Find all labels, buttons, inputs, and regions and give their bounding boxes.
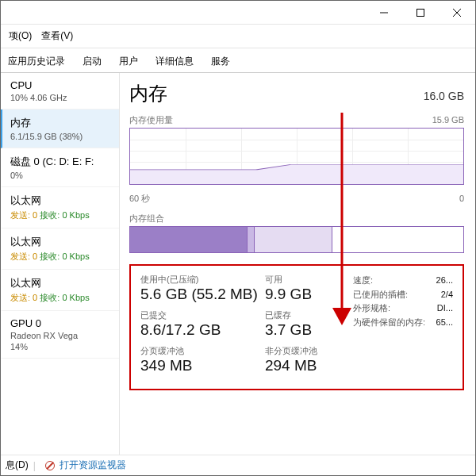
committed-value: 8.6/17.2 GB [140,321,259,339]
task-manager-window: 项(O) 查看(V) 应用历史记录 启动 用户 详细信息 服务 CPU 10% … [0,0,476,476]
sidebar-item-label: CPU [10,79,111,91]
sidebar-item-sub: Radeon RX Vega [10,331,111,340]
sidebar-item-memory[interactable]: 内存 6.1/15.9 GB (38%) [1,109,119,148]
status-detail-toggle[interactable]: 息(D) [6,459,29,472]
kv-label: 为硬件保留的内存: [353,316,425,330]
stat-label: 使用中(已压缩) [140,274,259,286]
sidebar-item-sub: 发送: 0 接收: 0 Kbps [10,292,111,304]
slots-value: 2/4 [441,288,453,302]
resource-monitor-icon [45,461,55,470]
main-panel: 内存 16.0 GB 内存使用量 15.9 GB 60 秒 0 内存组合 [120,73,475,455]
stat-label: 可用 [265,274,347,286]
sidebar-item-label: 以太网 [10,276,111,290]
kv-label: 已使用的插槽: [353,288,408,302]
svg-rect-1 [417,9,424,16]
title-bar [1,1,475,25]
sidebar: CPU 10% 4.06 GHz 内存 6.1/15.9 GB (38%) 磁盘… [1,73,120,455]
composition-label: 内存组合 [129,213,464,225]
close-button[interactable] [439,1,475,24]
maximize-button[interactable] [402,1,439,24]
paged-pool-value: 349 MB [140,357,259,374]
capacity-value: 16.0 GB [424,90,464,102]
sidebar-item-label: 内存 [10,116,111,130]
kv-label: 速度: [353,274,373,288]
graph-x-right: 0 [459,194,464,203]
sidebar-item-sub: 14% [10,342,111,351]
nonpaged-pool-value: 294 MB [265,357,347,374]
sidebar-item-label: 磁盘 0 (C: D: E: F: [10,155,111,169]
minimize-button[interactable] [366,1,402,24]
status-bar: 息(D) | 打开资源监视器 [1,455,475,475]
cached-value: 3.7 GB [265,321,347,339]
hw-reserved-value: 65... [436,316,453,330]
sidebar-item-label: 以太网 [10,194,111,208]
tab-services[interactable]: 服务 [202,49,239,73]
sidebar-item-label: 以太网 [10,235,111,249]
speed-value: 26... [436,274,453,288]
tab-app-history[interactable]: 应用历史记录 [4,49,74,73]
menu-view[interactable]: 查看(V) [38,28,76,44]
stat-label: 非分页缓冲池 [265,345,347,357]
sidebar-item-sub: 6.1/15.9 GB (38%) [10,132,111,141]
sidebar-item-sub: 发送: 0 接收: 0 Kbps [10,209,111,221]
usage-graph-max: 15.9 GB [432,115,464,125]
sidebar-item-ethernet-3[interactable]: 以太网 发送: 0 接收: 0 Kbps [1,270,119,311]
sidebar-item-sub: 发送: 0 接收: 0 Kbps [10,251,111,263]
kv-label: 外形规格: [353,301,390,316]
tab-bar: 应用历史记录 启动 用户 详细信息 服务 [1,48,475,73]
tab-details[interactable]: 详细信息 [147,49,202,73]
sidebar-item-disk[interactable]: 磁盘 0 (C: D: E: F: 0% [1,148,119,187]
stat-label: 分页缓冲池 [140,345,259,357]
open-resource-monitor-link[interactable]: 打开资源监视器 [60,459,126,472]
usage-graph-label: 内存使用量 [129,114,173,126]
sidebar-item-cpu[interactable]: CPU 10% 4.06 GHz [1,73,119,109]
sidebar-item-label: GPU 0 [10,317,111,329]
form-factor-value: DI... [437,301,453,316]
sidebar-item-gpu[interactable]: GPU 0 Radeon RX Vega 14% [1,311,119,359]
sidebar-item-ethernet-1[interactable]: 以太网 发送: 0 接收: 0 Kbps [1,187,119,228]
menu-bar: 项(O) 查看(V) [1,25,475,48]
tab-users[interactable]: 用户 [110,49,147,73]
sidebar-item-ethernet-2[interactable]: 以太网 发送: 0 接收: 0 Kbps [1,228,119,270]
page-title: 内存 [129,81,167,106]
menu-options[interactable]: 项(O) [6,28,35,44]
graph-x-left: 60 秒 [129,193,150,205]
sidebar-item-sub: 10% 4.06 GHz [10,93,111,102]
tab-startup[interactable]: 启动 [74,49,110,73]
available-value: 9.9 GB [265,286,347,303]
usage-graph [129,128,464,185]
stat-label: 已提交 [140,309,259,321]
composition-graph [129,226,464,253]
stats-box: 使用中(已压缩) 5.6 GB (55.2 MB) 可用 9.9 GB 速度:2… [129,264,464,390]
svg-marker-4 [130,165,463,185]
in-use-value: 5.6 GB (55.2 MB) [140,286,259,303]
sidebar-item-sub: 0% [10,171,111,180]
stat-label: 已缓存 [265,309,347,321]
